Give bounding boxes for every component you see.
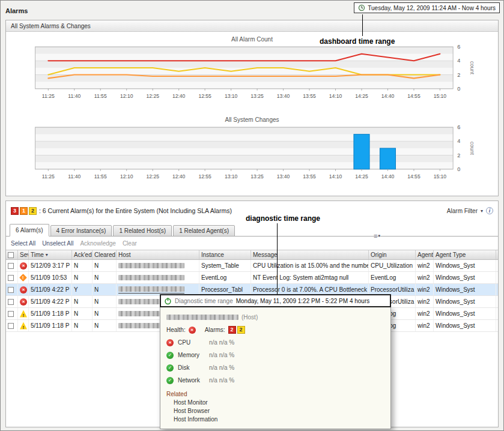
- metric-row-disk: ✓Diskn/a n/a %: [166, 361, 384, 374]
- svg-text:0: 0: [457, 166, 460, 172]
- column-header-instance[interactable]: Instance: [199, 250, 251, 259]
- column-header-host[interactable]: Host: [117, 250, 199, 259]
- tab-6-alarm-s[interactable]: 6 Alarm(s): [10, 224, 49, 237]
- table-row[interactable]: ×5/12/09 3:17 PNNSystem_TableCPU Utiliza…: [6, 260, 498, 272]
- link-host-browser[interactable]: Host Browser: [174, 408, 384, 414]
- critical-icon: ×: [166, 339, 174, 346]
- chevron-down-icon[interactable]: ▾: [481, 208, 483, 214]
- related-links: Host MonitorHost BrowserHost Information: [166, 399, 384, 423]
- svg-text:12:10: 12:10: [120, 93, 133, 99]
- severity-count-badge: 3: [11, 207, 19, 215]
- error-icon: !: [19, 274, 27, 282]
- warning-icon: !: [20, 310, 27, 318]
- alarm-filter-button[interactable]: Alarm Filter: [447, 208, 478, 214]
- line-chart: 0246count11:2511:4011:5512:1012:2512:401…: [7, 44, 497, 110]
- column-header-origin[interactable]: Origin: [369, 250, 416, 259]
- severity-count-badge: 2: [29, 207, 37, 215]
- column-header-agent-type[interactable]: Agent Type: [434, 250, 496, 259]
- health-label: Health:: [166, 327, 186, 333]
- bar-chart: 0246count11:2511:4011:5512:1012:2512:401…: [7, 124, 497, 190]
- warning-icon: !: [20, 322, 27, 330]
- link-host-monitor[interactable]: Host Monitor: [174, 399, 384, 406]
- diagnostic-time-range-control[interactable]: Diagnostic time range Monday, May 11, 20…: [160, 294, 391, 307]
- svg-text:13:25: 13:25: [250, 93, 264, 99]
- svg-text:13:25: 13:25: [250, 173, 264, 179]
- svg-text:12:25: 12:25: [146, 173, 159, 179]
- row-checkbox[interactable]: [8, 263, 14, 269]
- tooltip-alarm-badges: 22: [228, 326, 246, 334]
- svg-text:11:25: 11:25: [42, 93, 55, 99]
- svg-text:4: 4: [457, 58, 460, 64]
- normal-icon: ✓: [166, 364, 174, 372]
- link-host-information[interactable]: Host Information: [174, 416, 384, 423]
- info-icon[interactable]: i: [486, 207, 493, 214]
- column-header-agent[interactable]: Agent: [416, 250, 434, 259]
- normal-icon: ✓: [166, 377, 174, 384]
- svg-text:14:25: 14:25: [355, 93, 368, 99]
- metric-row-cpu: ×CPUn/a n/a %: [166, 336, 384, 349]
- table-customizer-icon[interactable]: ≡▾: [374, 232, 380, 240]
- svg-text:11:40: 11:40: [68, 93, 80, 99]
- critical-icon: ×: [20, 262, 27, 270]
- column-header-time[interactable]: Time▾: [29, 250, 72, 259]
- column-header-sev[interactable]: Sev: [18, 250, 29, 259]
- action-select-all[interactable]: Select All: [11, 240, 35, 247]
- column-header-checkbox[interactable]: [6, 250, 18, 259]
- column-header-cleared[interactable]: Cleared: [93, 250, 117, 259]
- svg-text:13:55: 13:55: [303, 173, 316, 179]
- tooltip-metrics: ×CPUn/a n/a %✓Memoryn/a n/a %✓Diskn/a n/…: [166, 336, 384, 387]
- row-checkbox[interactable]: [8, 311, 14, 317]
- row-checkbox[interactable]: [8, 299, 14, 305]
- diagnostic-annotation-line: [277, 223, 278, 294]
- column-header-message[interactable]: Message: [251, 250, 369, 259]
- tooltip-label: Diagnostic time range: [175, 298, 233, 304]
- select-all-checkbox[interactable]: [8, 252, 14, 258]
- svg-text:12:55: 12:55: [198, 93, 211, 99]
- column-header-ack-ed[interactable]: Ack'ed: [72, 250, 93, 259]
- svg-text:14:55: 14:55: [407, 93, 421, 99]
- metric-row-memory: ✓Memoryn/a n/a %: [166, 349, 384, 361]
- dashboard-annotation-label: dashboard time range: [320, 37, 395, 46]
- tooltip-body: (Host) Health: × Alarms: 22 ×CPUn/a n/a …: [160, 307, 391, 429]
- svg-text:4: 4: [457, 139, 460, 145]
- power-icon: [164, 297, 172, 305]
- summary-text: : 6 Current Alarm(s) for the Entire Syst…: [39, 207, 232, 214]
- host-type-suffix: (Host): [241, 314, 258, 321]
- tab-1-related-agent-s[interactable]: 1 Related Agent(s): [173, 225, 235, 237]
- critical-icon: ×: [20, 286, 27, 294]
- svg-text:6: 6: [457, 124, 460, 130]
- svg-text:12:40: 12:40: [172, 173, 186, 179]
- table-row[interactable]: !5/11/09 10:53NNEventLogNT Event Log: Sy…: [6, 272, 498, 284]
- svg-text:2: 2: [457, 72, 460, 78]
- action-acknowledge: Acknowledge: [80, 240, 115, 247]
- row-checkbox[interactable]: [8, 275, 14, 281]
- host-link[interactable]: [118, 286, 184, 294]
- dashboard-time-range-control[interactable]: Tuesday, May 12, 2009 11:24 AM - Now 4 h…: [354, 2, 500, 13]
- summary-badges: 312: [11, 207, 38, 215]
- page-title: Alarms: [5, 7, 28, 14]
- chart-title-system-changes: All System Changes: [6, 116, 498, 124]
- svg-text:13:55: 13:55: [303, 93, 316, 99]
- svg-text:12:10: 12:10: [120, 173, 133, 179]
- toolbar-actions: Select AllUnselect AllAcknowledgeClear: [6, 237, 498, 250]
- alarm-count-chart: 0246count11:2511:4011:5512:1012:2512:401…: [6, 44, 498, 112]
- svg-text:count: count: [469, 61, 475, 75]
- tooltip-range-text: Monday, May 11, 2009 1:22 PM - 5:22 PM 4…: [236, 298, 370, 304]
- row-checkbox[interactable]: [8, 287, 14, 293]
- svg-text:11:55: 11:55: [94, 173, 107, 179]
- diagnostic-annotation-label: diagnostic time range: [246, 214, 320, 223]
- time-range-text: Tuesday, May 12, 2009 11:24 AM - Now 4 h…: [368, 5, 496, 11]
- tab-4-error-instance-s[interactable]: 4 Error Instance(s): [50, 225, 112, 237]
- health-row: Health: × Alarms: 22: [166, 323, 384, 336]
- svg-text:14:25: 14:25: [355, 173, 368, 179]
- svg-text:0: 0: [457, 86, 460, 92]
- panel-title: All System Alarms & Changes: [11, 23, 91, 29]
- row-checkbox[interactable]: [8, 323, 14, 329]
- action-unselect-all[interactable]: Unselect All: [42, 240, 73, 247]
- system-changes-chart: 0246count11:2511:4011:5512:1012:2512:401…: [6, 124, 498, 193]
- table-header: SevTime▾Ack'edClearedHostInstanceMessage…: [6, 250, 498, 260]
- svg-text:2: 2: [457, 152, 460, 158]
- redacted-host: [118, 263, 184, 268]
- svg-text:12:55: 12:55: [198, 173, 211, 179]
- tab-1-related-host-s[interactable]: 1 Related Host(s): [113, 225, 172, 237]
